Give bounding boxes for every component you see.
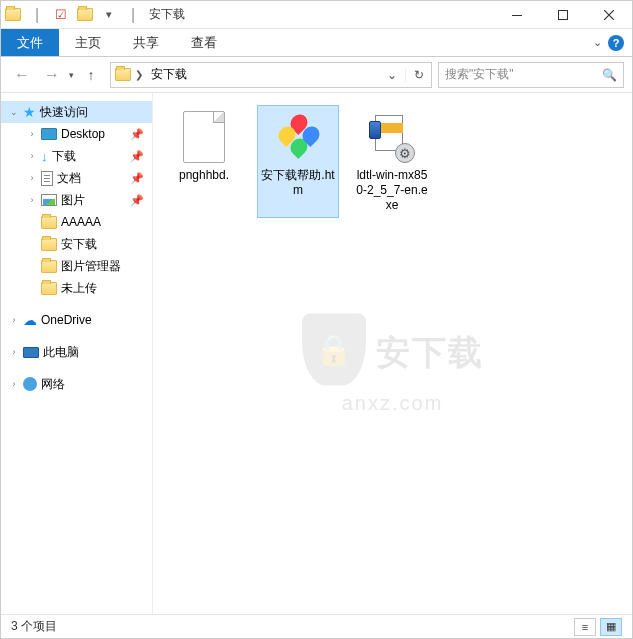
downloads-icon: ↓ xyxy=(41,149,48,164)
sidebar-item-documents[interactable]: › 文档 📌 xyxy=(1,167,152,189)
details-view-button[interactable]: ≡ xyxy=(574,618,596,636)
file-thumb xyxy=(179,110,229,164)
tab-file[interactable]: 文件 xyxy=(1,29,59,56)
pin-icon: 📌 xyxy=(130,194,144,207)
minimize-button[interactable] xyxy=(494,1,540,29)
tab-home[interactable]: 主页 xyxy=(59,29,117,56)
tab-view[interactable]: 查看 xyxy=(175,29,233,56)
back-button[interactable]: ← xyxy=(9,62,35,88)
pin-icon: 📌 xyxy=(130,172,144,185)
sidebar-item-picmgr[interactable]: 图片管理器 xyxy=(1,255,152,277)
file-item[interactable]: ⚙ ldtl-win-mx850-2_5_7-en.exe xyxy=(351,105,433,218)
file-item[interactable]: 安下载帮助.htm xyxy=(257,105,339,218)
chevron-right-icon[interactable]: › xyxy=(9,315,19,325)
sidebar-quick-access[interactable]: ⌄ ★ 快速访问 xyxy=(1,101,152,123)
sidebar-item-thispc[interactable]: › 此电脑 xyxy=(1,341,152,363)
watermark-shield-icon: 🔒 xyxy=(302,313,366,385)
chevron-right-icon[interactable]: › xyxy=(27,129,37,139)
folder-icon xyxy=(41,216,57,229)
qat-dropdown-icon[interactable] xyxy=(73,4,97,26)
sidebar-item-desktop[interactable]: › Desktop 📌 xyxy=(1,123,152,145)
sidebar-item-onedrive[interactable]: › ☁ OneDrive xyxy=(1,309,152,331)
sidebar-item-label: 未上传 xyxy=(61,280,97,297)
close-button[interactable] xyxy=(586,1,632,29)
ribbon-tabs: 文件 主页 共享 查看 ⌄ ? xyxy=(1,29,632,57)
tab-share[interactable]: 共享 xyxy=(117,29,175,56)
exe-file-icon: ⚙ xyxy=(369,111,415,163)
chevron-right-icon[interactable]: › xyxy=(27,173,37,183)
sidebar-item-pictures[interactable]: › 图片 📌 xyxy=(1,189,152,211)
pin-icon: 📌 xyxy=(130,150,144,163)
sidebar-item-label: 下载 xyxy=(52,148,76,165)
view-switcher: ≡ ▦ xyxy=(574,618,622,636)
desktop-icon xyxy=(41,128,57,140)
maximize-icon xyxy=(558,10,568,20)
sidebar-item-label: 此电脑 xyxy=(43,344,79,361)
folder-icon xyxy=(41,238,57,251)
sidebar-item-label: 安下载 xyxy=(61,236,97,253)
breadcrumb-root-icon[interactable]: ❯ xyxy=(111,68,147,81)
search-icon: 🔍 xyxy=(602,68,617,82)
nav-sidebar: ⌄ ★ 快速访问 › Desktop 📌 › ↓ 下载 📌 › 文档 📌 › 图… xyxy=(1,93,153,614)
sidebar-item-anxiazai[interactable]: 安下载 xyxy=(1,233,152,255)
svg-rect-1 xyxy=(559,11,568,20)
sidebar-item-aaaaa[interactable]: AAAAA xyxy=(1,211,152,233)
chevron-right-icon[interactable]: › xyxy=(27,195,37,205)
refresh-button[interactable]: ↻ xyxy=(405,68,431,82)
address-dropdown-icon[interactable]: ⌄ xyxy=(379,68,405,82)
htm-file-icon xyxy=(276,111,320,163)
sidebar-item-label: 图片 xyxy=(61,192,85,209)
file-items: pnghhbd. 安下载帮助.htm ⚙ ldtl-win-mx850-2_5_… xyxy=(153,93,632,230)
quick-access-toolbar: | ☑ ▾ | xyxy=(1,1,145,28)
ribbon-collapse-icon[interactable]: ⌄ xyxy=(593,36,602,49)
folder-icon xyxy=(1,4,25,26)
chevron-down-icon[interactable]: ⌄ xyxy=(9,107,19,117)
watermark-text: 安下载 xyxy=(376,329,484,375)
chevron-right-icon[interactable]: › xyxy=(27,151,37,161)
sidebar-item-label: Desktop xyxy=(61,127,105,141)
search-input[interactable]: 搜索"安下载" 🔍 xyxy=(438,62,624,88)
up-button[interactable]: ↑ xyxy=(78,62,104,88)
sidebar-item-label: 文档 xyxy=(57,170,81,187)
folder-icon xyxy=(41,282,57,295)
window-controls xyxy=(494,1,632,29)
sidebar-item-downloads[interactable]: › ↓ 下载 📌 xyxy=(1,145,152,167)
close-icon xyxy=(604,10,614,20)
sidebar-item-label: 图片管理器 xyxy=(61,258,121,275)
icons-view-button[interactable]: ▦ xyxy=(600,618,622,636)
blank-file-icon xyxy=(183,111,225,163)
chevron-right-icon[interactable]: › xyxy=(9,347,19,357)
file-thumb: ⚙ xyxy=(367,110,417,164)
qat-separator: | xyxy=(121,4,145,26)
sidebar-item-label: AAAAA xyxy=(61,215,101,229)
qat-customize-icon[interactable]: ▾ xyxy=(97,4,121,26)
sidebar-item-network[interactable]: › 网络 xyxy=(1,373,152,395)
file-caption: pnghhbd. xyxy=(179,168,229,183)
file-caption: 安下载帮助.htm xyxy=(260,168,336,198)
sidebar-item-label: 快速访问 xyxy=(40,104,88,121)
pin-icon: 📌 xyxy=(130,128,144,141)
history-dropdown-icon[interactable]: ▾ xyxy=(69,70,74,80)
pc-icon xyxy=(23,347,39,358)
address-row: ← → ▾ ↑ ❯ 安下载 ⌄ ↻ 搜索"安下载" 🔍 xyxy=(1,57,632,93)
address-bar[interactable]: ❯ 安下载 ⌄ ↻ xyxy=(110,62,432,88)
folder-icon xyxy=(41,260,57,273)
search-placeholder: 搜索"安下载" xyxy=(445,66,514,83)
help-icon[interactable]: ? xyxy=(608,35,624,51)
minimize-icon xyxy=(512,15,522,16)
nav-buttons: ← → ▾ ↑ xyxy=(9,62,104,88)
sidebar-item-label: 网络 xyxy=(41,376,65,393)
documents-icon xyxy=(41,171,53,186)
sidebar-item-notuploaded[interactable]: 未上传 xyxy=(1,277,152,299)
network-icon xyxy=(23,377,37,391)
chevron-right-icon[interactable]: › xyxy=(9,379,19,389)
maximize-button[interactable] xyxy=(540,1,586,29)
sidebar-item-label: OneDrive xyxy=(41,313,92,327)
breadcrumb-current[interactable]: 安下载 xyxy=(147,66,191,83)
forward-button[interactable]: → xyxy=(39,62,65,88)
pictures-icon xyxy=(41,194,57,206)
file-thumb xyxy=(273,110,323,164)
content-pane[interactable]: pnghhbd. 安下载帮助.htm ⚙ ldtl-win-mx850-2_5_… xyxy=(153,93,632,614)
qat-properties-button[interactable]: ☑ xyxy=(49,4,73,26)
file-item[interactable]: pnghhbd. xyxy=(163,105,245,218)
